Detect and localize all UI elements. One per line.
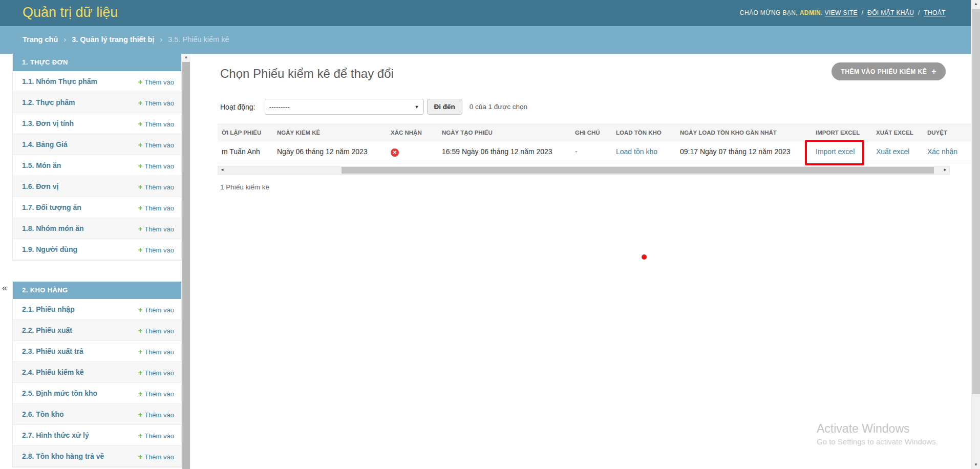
sidebar-item-link[interactable]: 1.4. Bảng Giá — [22, 140, 68, 148]
sidebar-add-label: Thêm vào — [144, 390, 174, 398]
sidebar-item-ton-kho: 2.6. Tồn kho +Thêm vào — [13, 404, 181, 425]
col-header-ngay-tao-phieu: NGÀY TẠO PHIẾU — [438, 124, 571, 141]
sidebar-item-link[interactable]: 1.3. Đơn vị tính — [22, 119, 74, 127]
sidebar-item-nhom-thuc-pham: 1.1. Nhóm Thực phẩm +Thêm vào — [13, 71, 181, 92]
sidebar-add-link[interactable]: +Thêm vào — [138, 368, 174, 377]
horizontal-scrollbar-thumb[interactable] — [342, 167, 934, 174]
plus-icon: + — [138, 224, 142, 233]
sidebar-add-link[interactable]: +Thêm vào — [138, 98, 174, 107]
page-scrollbar-thumb[interactable] — [972, 9, 980, 394]
plus-icon: + — [138, 326, 142, 335]
sidebar-item-link[interactable]: 2.4. Phiếu kiểm kê — [22, 368, 84, 376]
cell-inventory-date: Ngày 06 tháng 12 năm 2023 — [273, 141, 387, 163]
sidebar-item-link[interactable]: 1.5. Món ăn — [22, 161, 61, 169]
plus-icon: + — [931, 67, 936, 76]
sidebar-add-label: Thêm vào — [144, 369, 174, 377]
sidebar-scrollbar[interactable]: ▲ — [182, 54, 190, 469]
sidebar-add-label: Thêm vào — [144, 78, 174, 86]
sidebar-item-link[interactable]: 2.1. Phiếu nhập — [22, 305, 75, 313]
plus-icon: + — [138, 431, 142, 440]
plus-icon: + — [138, 389, 142, 398]
sidebar-item-don-vi-tinh: 1.3. Đơn vị tính +Thêm vào — [13, 113, 181, 134]
action-select[interactable]: --------- ▼ — [265, 99, 424, 115]
import-excel-link[interactable]: Import excel — [816, 147, 855, 156]
cell-import-excel: Import excel — [812, 141, 872, 163]
scroll-up-icon[interactable]: ▲ — [182, 55, 190, 59]
watermark-title: Activate Windows — [817, 422, 938, 436]
sidebar-item-link[interactable]: 1.6. Đơn vị — [22, 182, 58, 190]
col-header-xuat-excel: XUẤT EXCEL — [872, 124, 923, 141]
sidebar-item-link[interactable]: 2.8. Tồn kho hàng trả về — [22, 452, 104, 460]
no-icon: ✕ — [391, 148, 399, 157]
breadcrumb-home-link[interactable]: Trang chủ — [23, 35, 58, 44]
watermark-subtitle: Go to Settings to activate Windows. — [817, 437, 938, 446]
sidebar-add-link[interactable]: +Thêm vào — [138, 431, 174, 440]
sidebar-item-link[interactable]: 1.9. Người dùng — [22, 245, 77, 253]
sidebar-item-phieu-xuat-tra: 2.3. Phiếu xuất trả +Thêm vào — [13, 341, 181, 362]
table-horizontal-scrollbar[interactable]: ◄ ► — [218, 166, 950, 175]
page-scrollbar[interactable]: ▲ ▼ — [971, 0, 980, 469]
sidebar-add-label: Thêm vào — [144, 99, 174, 107]
view-site-link[interactable]: VIEW SITE — [825, 9, 858, 17]
sidebar-add-label: Thêm vào — [144, 141, 174, 149]
scroll-up-icon[interactable]: ▲ — [971, 2, 980, 6]
sidebar-add-link[interactable]: +Thêm vào — [138, 410, 174, 419]
sidebar-add-link[interactable]: +Thêm vào — [138, 245, 174, 254]
sidebar-add-link[interactable]: +Thêm vào — [138, 203, 174, 212]
sidebar-add-link[interactable]: +Thêm vào — [138, 224, 174, 233]
sidebar-add-link[interactable]: +Thêm vào — [138, 347, 174, 356]
scroll-right-icon[interactable]: ► — [943, 167, 947, 172]
sidebar-scrollbar-thumb[interactable] — [182, 62, 190, 469]
main-content: Chọn Phiếu kiểm kê để thay đổi THÊM VÀO … — [218, 54, 971, 469]
sidebar-add-link[interactable]: +Thêm vào — [138, 182, 174, 191]
plus-icon: + — [138, 140, 142, 149]
xuat-excel-link[interactable]: Xuất excel — [876, 147, 909, 156]
sidebar-item-link[interactable]: 2.3. Phiếu xuất trả — [22, 347, 83, 355]
plus-icon: + — [138, 77, 142, 86]
username: ADMIN — [800, 9, 821, 16]
sidebar-add-link[interactable]: +Thêm vào — [138, 77, 174, 86]
load-ton-kho-link[interactable]: Load tồn kho — [616, 147, 657, 156]
cell-created: 16:59 Ngày 06 tháng 12 năm 2023 — [438, 141, 571, 163]
sidebar-item-bang-gia: 1.4. Bảng Giá +Thêm vào — [13, 134, 181, 155]
sidebar-add-link[interactable]: +Thêm vào — [138, 119, 174, 128]
sidebar-item-link[interactable]: 2.5. Định mức tồn kho — [22, 389, 97, 397]
sidebar-item-link[interactable]: 1.2. Thực phẩm — [22, 98, 75, 106]
change-password-link[interactable]: ĐỔI MẬT KHẨU — [867, 9, 914, 17]
sidebar-add-link[interactable]: +Thêm vào — [138, 452, 174, 461]
logout-link[interactable]: THOÁT — [924, 9, 946, 17]
add-button-label: THÊM VÀO PHIẾU KIỂM KÊ — [841, 68, 927, 75]
user-tools: CHÀO MỪNG BẠN, ADMIN. VIEW SITE / ĐỔI MẬ… — [740, 9, 946, 16]
welcome-text: CHÀO MỪNG BẠN, — [740, 9, 798, 16]
sidebar-item-link[interactable]: 2.7. Hình thức xử lý — [22, 431, 89, 439]
sidebar-item-hinh-thuc-xu-ly: 2.7. Hình thức xử lý +Thêm vào — [13, 425, 181, 446]
sidebar-item-link[interactable]: 1.1. Nhóm Thực phẩm — [22, 77, 97, 86]
sidebar-item-link[interactable]: 1.8. Nhóm món ăn — [22, 224, 84, 232]
sidebar-add-link[interactable]: +Thêm vào — [138, 305, 174, 314]
sidebar-item-link[interactable]: 1.7. Đối tượng ăn — [22, 203, 81, 211]
scroll-left-icon[interactable]: ◄ — [220, 167, 224, 172]
add-phieu-kiem-ke-button[interactable]: THÊM VÀO PHIẾU KIỂM KÊ + — [832, 62, 946, 80]
xac-nhan-link[interactable]: Xác nhận — [927, 147, 957, 156]
sidebar-add-link[interactable]: +Thêm vào — [138, 140, 174, 149]
col-header-nguoi-lap-phieu: ỜI LẬP PHIẾU — [218, 124, 273, 141]
results-table: ỜI LẬP PHIẾU NGÀY KIỂM KÊ XÁC NHẬN NGÀY … — [218, 124, 971, 163]
sidebar-section-header: 2. KHO HÀNG — [13, 282, 181, 299]
plus-icon: + — [138, 305, 142, 314]
sidebar-item-link[interactable]: 2.2. Phiếu xuất — [22, 326, 72, 334]
sidebar-item-link[interactable]: 2.6. Tồn kho — [22, 410, 64, 418]
col-header-duyet: DUYỆT — [923, 124, 971, 141]
sidebar-add-link[interactable]: +Thêm vào — [138, 326, 174, 335]
scroll-down-icon[interactable]: ▼ — [971, 462, 980, 467]
sidebar-collapse-icon[interactable]: « — [2, 283, 7, 293]
sidebar-add-link[interactable]: +Thêm vào — [138, 161, 174, 170]
go-button[interactable]: Đi đến — [427, 99, 462, 115]
sidebar-add-label: Thêm vào — [144, 120, 174, 128]
cell-note: - — [571, 141, 612, 163]
sidebar-item-phieu-nhap: 2.1. Phiếu nhập +Thêm vào — [13, 299, 181, 320]
sidebar-item-phieu-kiem-ke: 2.4. Phiếu kiểm kê +Thêm vào — [13, 362, 181, 383]
sidebar-add-link[interactable]: +Thêm vào — [138, 389, 174, 398]
sidebar-add-label: Thêm vào — [144, 432, 174, 440]
breadcrumb-level1-link[interactable]: 3. Quản lý trang thiết bị — [72, 35, 154, 44]
sidebar-item-thuc-pham: 1.2. Thực phẩm +Thêm vào — [13, 92, 181, 113]
